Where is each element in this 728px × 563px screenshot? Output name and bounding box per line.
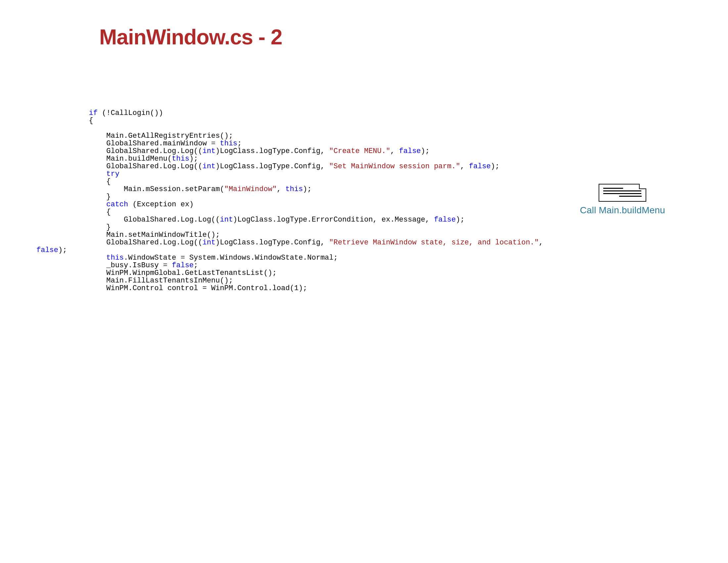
code-line: } [36,193,111,201]
code-line: GlobalShared.Log.Log((int)LogClass.logTy… [36,162,499,170]
code-line: } [36,223,111,231]
code-line: try [36,170,119,178]
keyword-false: false [469,162,491,170]
code-line: Main.buildMenu(this); [36,155,198,163]
code-line: Main.setMainWindowTitle(); [36,231,220,239]
string-literal: "Retrieve MainWindow state, size, and lo… [329,238,539,247]
code-line: GlobalShared.Log.Log((int)LogClass.logTy… [36,147,430,155]
code-line: _busy.IsBusy = false; [36,261,198,269]
keyword-false: false [36,246,58,254]
note-icon-line [619,196,642,197]
keyword-this: this [220,139,238,148]
code-line: { [36,177,111,186]
note-icon-fold [639,184,646,189]
keyword-catch: catch [106,200,128,209]
keyword-int: int [203,162,216,170]
code-line: Main.mSession.setParam("MainWindow", thi… [36,185,312,193]
code-line: this.WindowState = System.Windows.Window… [36,254,338,262]
note-icon-line [603,190,641,191]
keyword-int: int [220,215,233,224]
code-line: GlobalShared.Log.Log((int)LogClass.logTy… [36,238,548,247]
code-line: GlobalShared.mainWindow = this; [36,139,242,148]
keyword-this: this [106,254,124,262]
code-line: { [36,208,111,216]
code-line: Main.GetAllRegistryEntries(); [36,132,233,140]
code-line: catch (Exception ex) [36,200,194,209]
code-line: { [36,117,93,125]
code-line: WinPM.WinpmGlobal.GetLastTenantsList(); [36,269,277,277]
code-line: GlobalShared.Log.Log((int)LogClass.logTy… [36,215,465,224]
annotation: Call Main.buildMenu [580,184,665,215]
string-literal: "MainWindow" [224,185,277,193]
keyword-false: false [399,147,421,155]
code-line: if (!CallLogin()) [36,109,163,117]
keyword-int: int [203,238,216,247]
note-icon-line [603,193,641,194]
keyword-try: try [106,170,119,178]
code-line: WinPM.Control control = WinPM.Control.lo… [36,284,307,293]
keyword-this: this [286,185,303,193]
keyword-false: false [434,215,456,224]
note-icon-line [603,188,623,189]
string-literal: "Create MENU." [329,147,390,155]
keyword-if: if [89,109,97,117]
string-literal: "Set MainWindow session parm." [329,162,460,170]
slide-title: MainWindow.cs - 2 [99,25,282,49]
code-line: false); [36,246,67,254]
annotation-label: Call Main.buildMenu [580,205,665,215]
slide: MainWindow.cs - 2 if (!CallLogin()) { Ma… [0,0,728,563]
keyword-this: this [172,155,189,163]
keyword-int: int [203,147,216,155]
code-line: Main.FillLastTenantsInMenu(); [36,276,233,285]
note-icon [599,184,646,202]
keyword-false: false [172,261,194,269]
